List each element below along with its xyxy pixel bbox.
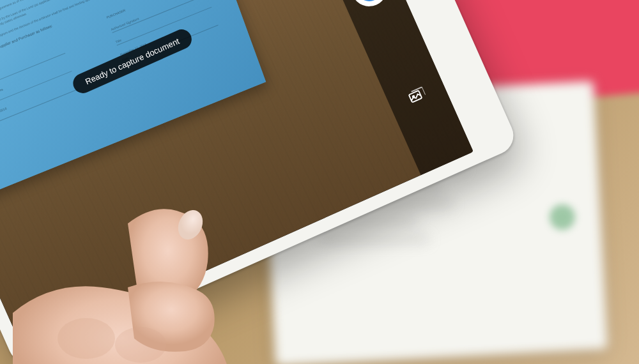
background-paper-logo	[550, 204, 575, 230]
capture-button[interactable]	[346, 0, 393, 12]
svg-rect-0	[409, 90, 422, 102]
capture-button-ring	[352, 0, 386, 5]
svg-point-4	[115, 327, 166, 363]
gallery-button[interactable]	[400, 78, 434, 112]
gallery-icon	[406, 85, 427, 105]
